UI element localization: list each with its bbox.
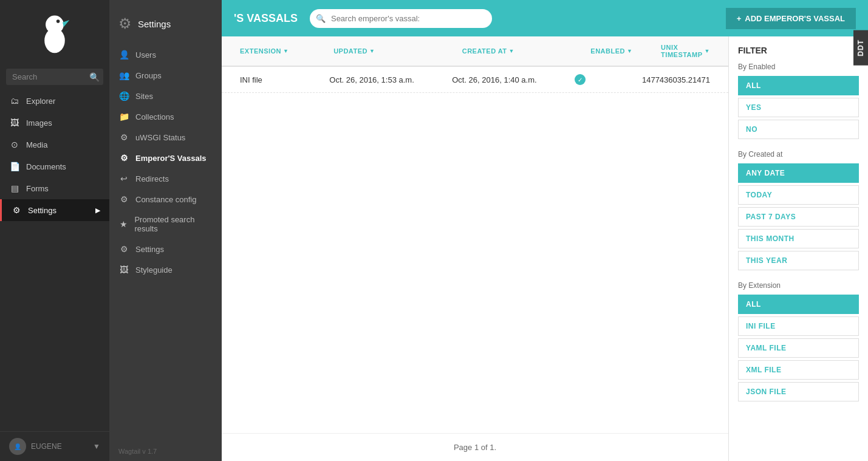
chevron-down-icon: ▼ — [93, 442, 100, 451]
cell-enabled: ✓ — [569, 67, 636, 92]
settings-nav-emperors-vassals[interactable]: ⚙ Emperor'S Vassals — [109, 148, 222, 168]
uwsgi-icon: ⚙ — [118, 132, 129, 142]
filter-btn-yaml-file[interactable]: YAML FILE — [738, 338, 859, 358]
settings-nav-settings[interactable]: ⚙ Settings — [109, 239, 222, 259]
pagination: Page 1 of 1. — [222, 433, 728, 461]
settings-nav-label: Users — [135, 50, 156, 60]
filter-section-title-enabled: By Enabled — [738, 63, 859, 71]
filter-btn-xml-file[interactable]: XML FILE — [738, 360, 859, 380]
filter-section-title-created: By Created at — [738, 150, 859, 159]
gear-icon: ⚙ — [118, 15, 132, 32]
sidebar-item-settings[interactable]: ⚙ Settings ▶ — [0, 199, 109, 221]
collections-icon: 📁 — [118, 112, 129, 121]
settings-title: Settings — [138, 19, 171, 29]
sidebar-item-media[interactable]: ⊙ Media — [0, 134, 109, 155]
sidebar-search-container: 🔍 — [0, 64, 109, 90]
settings-nav-groups[interactable]: 👥 Groups — [109, 65, 222, 86]
cell-extension: INI file — [234, 68, 323, 92]
col-label: UPDATED — [333, 47, 367, 55]
filter-btn-this-year[interactable]: THIS YEAR — [738, 251, 859, 270]
settings-header: ⚙ Settings — [109, 6, 222, 44]
left-sidebar: 🔍 🗂 Explorer 🖼 Images ⊙ Media 📄 Document… — [0, 0, 109, 461]
filter-section-extension: By Extension ALL INI FILE YAML FILE XML … — [738, 281, 859, 401]
col-header-extension[interactable]: EXTENSION ▼ — [234, 36, 327, 66]
col-label: EXTENSION — [240, 47, 281, 55]
filter-panel: FILTER By Enabled ALL YES NO By Created … — [728, 36, 868, 461]
settings-nav-label: Sites — [135, 92, 153, 101]
col-label: ENABLED — [590, 47, 625, 55]
col-header-enabled[interactable]: ENABLED ▼ — [584, 36, 655, 66]
filter-section-title-extension: By Extension — [738, 281, 859, 290]
filter-btn-all-enabled[interactable]: ALL — [738, 76, 859, 95]
settings-nav-sites[interactable]: 🌐 Sites — [109, 86, 222, 106]
app-logo — [0, 0, 109, 64]
settings-nav-label: uWSGI Status — [135, 133, 185, 142]
sort-icon: ▼ — [705, 48, 710, 54]
settings-nav-promoted-search[interactable]: ★ Promoted search results — [109, 210, 222, 239]
settings-nav-users[interactable]: 👤 Users — [109, 44, 222, 65]
cell-updated: Oct. 26, 2016, 1:53 a.m. — [323, 68, 446, 92]
settings-nav-uwsgi[interactable]: ⚙ uWSGI Status — [109, 127, 222, 148]
page-title: 'S VASSALS — [234, 12, 298, 25]
cell-created-at: Oct. 26, 2016, 1:40 a.m. — [446, 68, 569, 92]
svg-marker-2 — [63, 20, 69, 27]
filter-btn-ini-file[interactable]: INI FILE — [738, 316, 859, 336]
filter-btn-any-date[interactable]: ANY DATE — [738, 163, 859, 183]
sort-icon: ▼ — [627, 48, 632, 54]
col-label: UNIX TIMESTAMP — [661, 44, 702, 58]
settings-nav-label: Redirects — [135, 174, 169, 183]
filter-btn-this-month[interactable]: THIS MONTH — [738, 229, 859, 248]
col-header-updated[interactable]: UPDATED ▼ — [327, 36, 456, 66]
filter-btn-past-7-days[interactable]: PAST 7 DAYS — [738, 207, 859, 227]
filter-title: FILTER — [738, 46, 859, 55]
user-footer[interactable]: 👤 EUGENE ▼ — [0, 431, 109, 461]
settings-nav-collections[interactable]: 📁 Collections — [109, 106, 222, 127]
svg-point-1 — [46, 16, 64, 34]
wagtail-version: Wagtail v 1.7 — [109, 442, 222, 461]
sidebar-item-label: Explorer — [26, 97, 55, 106]
forms-icon: ▤ — [9, 183, 20, 193]
filter-btn-all-ext[interactable]: ALL — [738, 295, 859, 314]
sites-icon: 🌐 — [118, 91, 129, 101]
table-row[interactable]: INI file Oct. 26, 2016, 1:53 a.m. Oct. 2… — [222, 67, 728, 93]
settings-nav-constance[interactable]: ⚙ Constance config — [109, 189, 222, 210]
ddt-tab[interactable]: DDT — [853, 30, 868, 66]
filter-btn-today[interactable]: TODAY — [738, 185, 859, 205]
search-input[interactable] — [6, 69, 103, 85]
settings-nav-label: Promoted search results — [134, 215, 213, 233]
filter-btn-no[interactable]: NO — [738, 120, 859, 139]
sidebar-item-explorer[interactable]: 🗂 Explorer — [0, 90, 109, 112]
main-header: 'S VASSALS 🔍 + ADD EMPEROR'S VASSAL — [222, 0, 868, 36]
sidebar-item-forms[interactable]: ▤ Forms — [0, 177, 109, 199]
add-button-label: ADD EMPEROR'S VASSAL — [745, 14, 845, 23]
pagination-text: Page 1 of 1. — [454, 443, 496, 452]
settings-nav-redirects[interactable]: ↩ Redirects — [109, 168, 222, 189]
col-header-created-at[interactable]: CREATED AT ▼ — [456, 36, 585, 66]
explorer-icon: 🗂 — [9, 96, 20, 106]
content-area: EXTENSION ▼ UPDATED ▼ CREATED AT ▼ ENABL… — [222, 36, 868, 461]
settings-icon: ⚙ — [11, 205, 22, 215]
table-header: EXTENSION ▼ UPDATED ▼ CREATED AT ▼ ENABL… — [222, 36, 728, 67]
svg-point-3 — [56, 19, 60, 23]
sidebar-item-images[interactable]: 🖼 Images — [0, 112, 109, 134]
star-icon: ★ — [118, 219, 128, 229]
filter-btn-json-file[interactable]: JSON FILE — [738, 382, 859, 401]
settings-nav-label: Emperor'S Vassals — [135, 154, 207, 163]
documents-icon: 📄 — [9, 162, 20, 171]
main-search-container: 🔍 — [310, 9, 492, 28]
main-search-input[interactable] — [310, 9, 492, 28]
sidebar-item-documents[interactable]: 📄 Documents — [0, 155, 109, 177]
table-area: EXTENSION ▼ UPDATED ▼ CREATED AT ▼ ENABL… — [222, 36, 728, 461]
search-button[interactable]: 🔍 — [89, 72, 100, 82]
sidebar-item-label: Settings — [28, 206, 56, 215]
col-label: CREATED AT — [462, 47, 507, 55]
settings-nav-styleguide[interactable]: 🖼 Styleguide — [109, 259, 222, 280]
col-header-unix-timestamp[interactable]: UNIX TIMESTAMP ▼ — [655, 36, 716, 66]
username: EUGENE — [31, 442, 62, 451]
add-vassal-button[interactable]: + ADD EMPEROR'S VASSAL — [726, 8, 856, 29]
sidebar-item-label: Forms — [26, 184, 49, 193]
sort-icon: ▼ — [283, 48, 289, 54]
filter-btn-yes[interactable]: YES — [738, 98, 859, 117]
users-icon: 👤 — [118, 50, 129, 60]
vassals-icon: ⚙ — [118, 153, 129, 163]
